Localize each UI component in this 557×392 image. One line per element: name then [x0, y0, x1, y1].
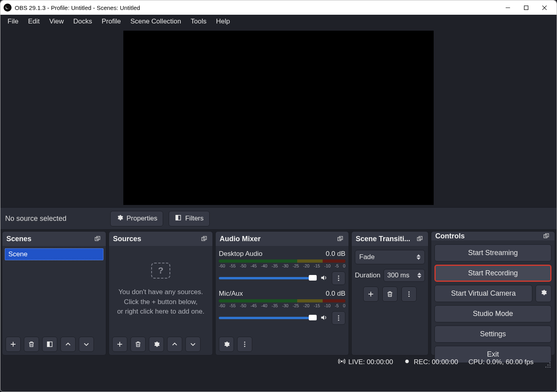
source-status-label: No source selected [5, 215, 105, 223]
scene-item[interactable]: Scene [5, 248, 103, 260]
menu-view[interactable]: View [45, 16, 69, 27]
mixer-channel-level: 0.0 dB [326, 250, 345, 258]
app-icon [4, 4, 12, 12]
svg-point-19 [338, 275, 339, 277]
popout-icon[interactable] [200, 234, 208, 243]
mixer-meter [219, 259, 345, 263]
svg-rect-12 [47, 342, 49, 347]
studio-mode-button[interactable]: Studio Mode [434, 305, 551, 322]
scenes-panel: Scenes Scene [2, 231, 106, 355]
filters-button[interactable]: Filters [169, 211, 209, 226]
menu-scene-collection[interactable]: Scene Collection [126, 16, 186, 27]
remove-scene-button[interactable] [24, 337, 39, 352]
add-source-button[interactable] [112, 337, 127, 352]
broadcast-icon [338, 358, 345, 367]
start-virtual-camera-button[interactable]: Start Virtual Camera [434, 285, 532, 302]
settings-button[interactable]: Settings [434, 326, 551, 343]
preview-canvas[interactable] [123, 31, 434, 205]
menu-file[interactable]: File [3, 16, 23, 27]
record-icon [403, 358, 411, 367]
volume-slider[interactable] [219, 317, 317, 319]
svg-rect-2 [524, 6, 528, 10]
svg-point-45 [549, 365, 551, 366]
mixer-meter [219, 299, 345, 302]
mixer-channel-name: Mic/Aux [219, 290, 243, 298]
mixer-menu-button[interactable] [237, 337, 252, 352]
scene-filters-button[interactable] [42, 337, 57, 352]
remove-transition-button[interactable] [382, 287, 397, 302]
transition-selected: Fade [359, 253, 375, 261]
cpu-status: CPU: 0.0%, 60.00 fps [469, 358, 534, 366]
updown-icon [417, 254, 421, 260]
source-properties-button[interactable] [149, 337, 164, 352]
properties-button[interactable]: Properties [110, 211, 163, 226]
live-status: LIVE: 00:00:00 [338, 358, 393, 367]
svg-marker-33 [417, 276, 421, 278]
controls-title: Controls [435, 232, 542, 240]
scenes-title: Scenes [6, 235, 93, 243]
move-source-up-button[interactable] [167, 337, 182, 352]
minimize-button[interactable] [499, 0, 517, 15]
properties-label: Properties [127, 215, 157, 222]
popout-icon[interactable] [336, 234, 345, 243]
mixer-channel: Desktop Audio 0.0 dB -60-55-50-45-40-35-… [218, 248, 346, 288]
gear-icon [116, 214, 123, 223]
sources-placeholder-line: Click the + button below, [124, 297, 198, 307]
duration-label: Duration [355, 271, 380, 279]
transitions-title: Scene Transiti... [356, 235, 415, 243]
channel-menu-button[interactable] [332, 311, 345, 325]
svg-point-37 [409, 294, 410, 295]
mixer-ticks: -60-55-50-45-40-35-30-25-20-15-10-50 [219, 303, 345, 308]
close-button[interactable] [535, 0, 553, 15]
menu-tools[interactable]: Tools [186, 16, 211, 27]
volume-slider[interactable] [219, 277, 317, 279]
filters-label: Filters [185, 215, 203, 222]
svg-marker-31 [417, 257, 421, 260]
popout-icon[interactable] [542, 232, 551, 240]
sources-placeholder-line: or right click here to add one. [117, 307, 204, 317]
rec-text: REC: 00:00:00 [414, 358, 458, 366]
channel-menu-button[interactable] [332, 271, 345, 285]
move-scene-down-button[interactable] [79, 337, 94, 352]
maximize-button[interactable] [517, 0, 535, 15]
start-recording-button[interactable]: Start Recording [434, 265, 551, 282]
transition-select[interactable]: Fade [355, 250, 425, 264]
resize-grip-icon[interactable] [544, 361, 551, 368]
start-streaming-button[interactable]: Start Streaming [434, 244, 551, 261]
remove-source-button[interactable] [130, 337, 146, 352]
svg-point-48 [549, 367, 551, 368]
svg-point-38 [409, 296, 410, 297]
mixer-settings-button[interactable] [219, 337, 234, 352]
window-title: OBS 29.1.3 - Profile: Untitled - Scenes:… [15, 4, 140, 11]
filters-icon [175, 214, 182, 223]
menu-profile[interactable]: Profile [97, 16, 125, 27]
svg-point-24 [338, 320, 339, 321]
mixer-channel-level: 0.0 dB [326, 290, 345, 298]
mixer-channel: Mic/Aux 0.0 dB -60-55-50-45-40-35-30-25-… [218, 288, 346, 328]
svg-point-21 [338, 280, 339, 281]
preview-area[interactable] [0, 28, 557, 207]
svg-point-44 [547, 365, 549, 366]
add-transition-button[interactable] [363, 287, 378, 302]
add-scene-button[interactable] [6, 337, 21, 352]
sources-list[interactable]: ? You don't have any sources. Click the … [109, 246, 212, 333]
move-source-down-button[interactable] [185, 337, 201, 352]
svg-point-20 [338, 278, 339, 279]
virtual-camera-settings-button[interactable] [536, 285, 551, 302]
transition-menu-button[interactable] [401, 287, 417, 302]
move-scene-up-button[interactable] [60, 337, 76, 352]
popout-icon[interactable] [415, 234, 424, 243]
speaker-icon[interactable] [320, 314, 329, 322]
menu-help[interactable]: Help [211, 16, 235, 27]
duration-spin[interactable]: 300 ms [384, 269, 425, 282]
sources-placeholder: ? You don't have any sources. Click the … [111, 248, 210, 331]
source-toolbar: No source selected Properties Filters [0, 207, 557, 230]
speaker-icon[interactable] [320, 274, 329, 283]
menu-edit[interactable]: Edit [23, 16, 44, 27]
rec-status: REC: 00:00:00 [403, 358, 458, 367]
menu-docks[interactable]: Docks [68, 16, 97, 27]
scenes-list[interactable]: Scene [2, 246, 106, 333]
svg-marker-32 [417, 273, 421, 275]
popout-icon[interactable] [93, 234, 102, 243]
question-icon: ? [151, 263, 170, 279]
